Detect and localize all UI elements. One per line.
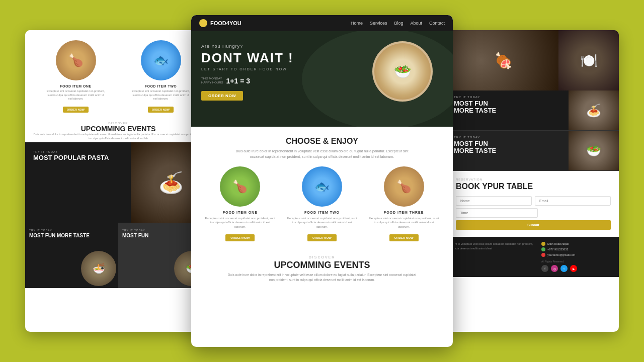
left-food-item-2: 🐟 FOOD ITEM TWO Excepteur sint occaecat … <box>131 40 191 113</box>
right-promo-title-1: MOST FUNMORE TASTE <box>454 100 562 115</box>
right-try-2: TRY IT TODAY <box>454 136 562 139</box>
hero-tagline: LET START TO ORDER FOOD NOW <box>201 67 294 71</box>
left-screenshot: 🍗 FOOD ITEM ONE Excepteur sint occaecat … <box>25 30 211 332</box>
left-order-btn-2[interactable]: ORDER NOW <box>148 107 174 113</box>
right-promo-img-2: 🥗 <box>569 131 619 170</box>
hero-plate: 🥗 <box>372 41 433 102</box>
right-promo-title-2: MOST FUNMORE TASTE <box>454 140 562 155</box>
left-special-1-title: MOST FUN MORE TASTE <box>29 233 114 238</box>
nav-logo: FOOD4YOU <box>199 19 242 27</box>
right-promo-text-1: TRY IT TODAY MOST FUNMORE TASTE <box>448 90 569 130</box>
left-item-desc-1: Excepteur sint occaecat cupidatat non pr… <box>46 89 106 101</box>
hero-subtitle: Are You Hungry? <box>201 44 294 49</box>
phone-icon <box>541 247 545 251</box>
right-food-top: 🍖 <box>448 30 558 90</box>
res-submit-btn[interactable]: Submit <box>456 220 611 230</box>
nav-logo-text: FOOD4YOU <box>210 20 242 26</box>
twitter-icon[interactable]: t <box>560 265 568 272</box>
food-item-desc-2: Excepteur sint occaecat cupidatat non pr… <box>287 216 357 229</box>
left-special-1-image: 🍜 <box>81 251 116 286</box>
order-btn-2[interactable]: ORDER NOW <box>307 234 337 241</box>
left-special-1: TRY IT TODAY MOST FUN MORE TASTE 🍜 <box>25 223 118 288</box>
left-dark-text: TRY IT TODAY MOST POPULAR PASTA <box>25 142 131 223</box>
hero-promo-text: 1+1 = 3 <box>226 77 251 85</box>
food-item-3: 🍗 FOOD ITEM THREE Excepteur sint occaeca… <box>369 166 439 241</box>
facebook-icon[interactable]: f <box>541 265 548 272</box>
reservation-form: Submit <box>456 196 611 230</box>
right-hero-dark: 🍖 🍽️ <box>448 30 619 90</box>
left-dark-try: TRY IT TODAY <box>33 150 123 153</box>
footer-rights: All Rights Reserved. <box>541 260 612 263</box>
left-food-item-1: 🍗 FOOD ITEM ONE Excepteur sint occaecat … <box>46 40 106 113</box>
food-item-name-3: FOOD ITEM THREE <box>369 211 439 214</box>
right-promo-card-1: TRY IT TODAY MOST FUNMORE TASTE 🍝 <box>448 90 619 131</box>
food-plate-1: 🍗 <box>220 166 260 207</box>
footer-socials: f ◎ t ▶ <box>541 265 612 272</box>
main-screenshot: FOOD4YOU Home Services Blog About Contac… <box>191 15 453 347</box>
left-dark-section: TRY IT TODAY MOST POPULAR PASTA 🍝 <box>25 142 211 223</box>
food-item-desc-3: Excepteur sint occaecat cupidatat non pr… <box>369 216 439 229</box>
left-item-name-1: FOOD ITEM ONE <box>46 84 106 88</box>
main-nav: FOOD4YOU Home Services Blog About Contac… <box>191 15 453 31</box>
left-item-desc-2: Excepteur sint occaecat cupidatat non pr… <box>131 89 191 101</box>
youtube-icon[interactable]: ▶ <box>570 265 577 272</box>
right-food-side: 🍽️ <box>558 30 619 90</box>
footer-body-text: nt in voluptate velit esse cillum occaec… <box>455 242 536 272</box>
nav-about[interactable]: About <box>410 21 422 26</box>
res-time-input[interactable] <box>456 208 538 218</box>
food-item-2: 🐟 FOOD ITEM TWO Excepteur sint occaecat … <box>287 166 357 241</box>
left-events-desc: Duis aute irure dolor in reprehenderit i… <box>33 133 203 140</box>
logo-icon <box>199 19 207 27</box>
footer-address: Main Road,Nepal <box>541 242 612 246</box>
hero-title: DONT WAIT ! <box>201 51 294 65</box>
food-item-1: 🍗 FOOD ITEM ONE Excepteur sint occaecat … <box>205 166 275 241</box>
res-email-input[interactable] <box>535 196 611 206</box>
nav-links: Home Services Blog About Contact <box>351 21 445 26</box>
reservation-label: RESERVATION <box>456 178 611 181</box>
hero-order-btn[interactable]: ORDER NOW <box>201 91 243 101</box>
footer-phone: +977 981325832 <box>541 247 612 251</box>
right-try-1: TRY IT TODAY <box>454 96 562 99</box>
left-special-1-try: TRY IT TODAY <box>29 229 114 232</box>
left-food-items-section: 🍗 FOOD ITEM ONE Excepteur sint occaecat … <box>25 30 211 118</box>
email-icon <box>541 253 545 257</box>
instagram-icon[interactable]: ◎ <box>551 265 558 272</box>
right-promo-cards: TRY IT TODAY MOST FUNMORE TASTE 🍝 TRY IT… <box>448 90 619 171</box>
nav-blog[interactable]: Blog <box>394 21 403 26</box>
hero-text: Are You Hungry? DONT WAIT ! LET START TO… <box>201 44 294 101</box>
choose-title: CHOOSE & ENJOY <box>199 137 445 146</box>
reservation-section: RESERVATION BOOK YPUR TABLE Submit <box>448 171 619 237</box>
events-desc: Duis aute irure dolor in reprehenderit i… <box>226 273 418 283</box>
left-dark-title: MOST POPULAR PASTA <box>33 154 123 161</box>
right-promo-img-1: 🍝 <box>569 90 619 130</box>
hero-promo: THIS MONDAYHAPPY HOURS 1+1 = 3 <box>201 77 294 85</box>
reservation-title: BOOK YPUR TABLE <box>456 182 611 191</box>
order-btn-3[interactable]: ORDER NOW <box>389 234 419 241</box>
nav-home[interactable]: Home <box>351 21 363 26</box>
left-events-section: DISCOVER UPCOMMING EVENTS Duis aute irur… <box>25 118 211 142</box>
right-screenshot: 🍖 🍽️ TRY IT TODAY MOST FUNMORE TASTE 🍝 T… <box>448 30 619 332</box>
nav-contact[interactable]: Contact <box>429 21 445 26</box>
order-btn-1[interactable]: ORDER NOW <box>225 234 255 241</box>
nav-services[interactable]: Services <box>370 21 387 26</box>
food-item-name-1: FOOD ITEM ONE <box>205 211 275 214</box>
left-events-title: UPCOMMING EVENTS <box>33 125 203 133</box>
footer-right: Main Road,Nepal +977 981325832 yourdemo@… <box>541 242 612 272</box>
left-item-name-2: FOOD ITEM TWO <box>131 84 191 88</box>
main-hero: Are You Hungry? DONT WAIT ! LET START TO… <box>191 31 453 127</box>
food-item-desc-1: Excepteur sint occaecat cupidatat non pr… <box>205 216 275 229</box>
right-promo-text-2: TRY IT TODAY MOST FUNMORE TASTE <box>448 131 569 170</box>
footer-contact: Main Road,Nepal +977 981325832 yourdemo@… <box>541 242 612 257</box>
left-plate-2: 🐟 <box>141 40 181 80</box>
res-row-2 <box>456 208 611 218</box>
choose-desc: Duis aute irure dolor in reprehenderit i… <box>231 149 413 159</box>
right-promo-card-2: TRY IT TODAY MOST FUNMORE TASTE 🥗 <box>448 131 619 171</box>
food-item-name-2: FOOD ITEM TWO <box>287 211 357 214</box>
discover-label: DISCOVER <box>199 255 445 259</box>
location-icon <box>541 242 545 246</box>
choose-section: CHOOSE & ENJOY Duis aute irure dolor in … <box>191 127 453 251</box>
right-footer: nt in voluptate velit esse cillum occaec… <box>448 237 619 277</box>
food-items-list: 🍗 FOOD ITEM ONE Excepteur sint occaecat … <box>199 166 445 241</box>
left-order-btn-1[interactable]: ORDER NOW <box>63 107 89 113</box>
res-name-input[interactable] <box>456 196 532 206</box>
